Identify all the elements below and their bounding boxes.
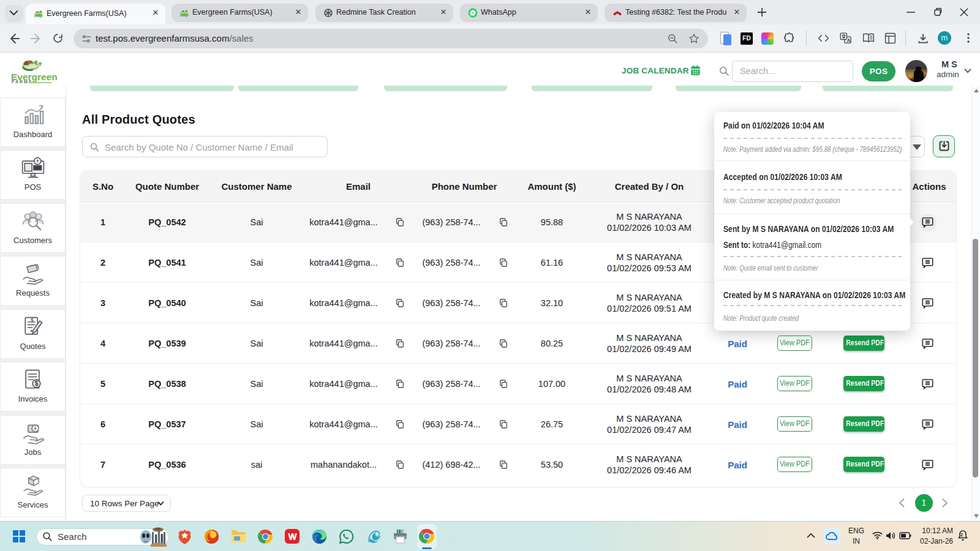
svg-text:Z: Z (960, 533, 963, 537)
svg-text:$: $ (31, 318, 34, 323)
svg-text:$: $ (34, 380, 38, 387)
svg-text:Evrgn: Evrgn (34, 14, 43, 18)
svg-text:Evrgn: Evrgn (180, 13, 189, 17)
